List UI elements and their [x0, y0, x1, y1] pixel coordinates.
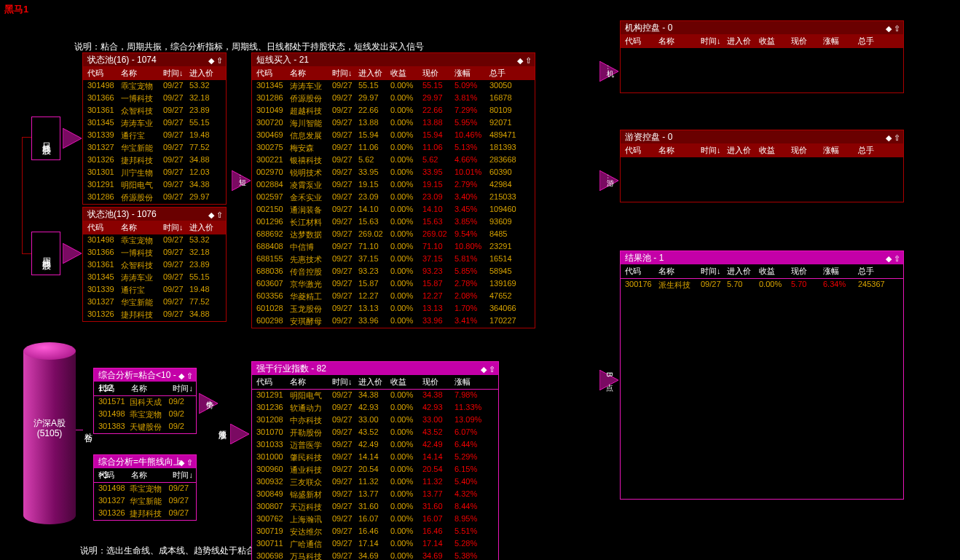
- panel-icons[interactable]: ◆ ⇧: [208, 54, 223, 67]
- table-row[interactable]: 301070开勒股份09/2743.520.00%43.526.07%: [252, 427, 498, 439]
- table-row[interactable]: 301361众智科技09/2723.89: [83, 105, 226, 117]
- tri-short[interactable]: 短...: [232, 170, 251, 191]
- table-row[interactable]: 301327华宝新能09/2777.52: [83, 296, 226, 309]
- tri-ling[interactable]: [230, 424, 249, 444]
- table-row[interactable]: 301498乖宝宠物09/2: [94, 409, 196, 421]
- table-row[interactable]: 301498乖宝宠物09/2753.32: [83, 80, 226, 92]
- table-row[interactable]: 301208中亦科技09/2733.000.00%33.0013.09%: [252, 414, 498, 427]
- tri-ji[interactable]: 机...: [599, 61, 618, 82]
- tri-weekly[interactable]: [63, 243, 82, 264]
- table-row[interactable]: 300221银禧科技09/275.620.00%5.624.66%283668: [252, 154, 535, 167]
- panel-analysis1[interactable]: 综合分析=粘合<10 - 112◆ ⇧ 代码名称时间↓ 301571国科天成09…: [93, 368, 197, 434]
- table-row[interactable]: 002884凌霄泵业09/2719.150.00%19.152.79%42984: [252, 179, 535, 192]
- tri-bdian[interactable]: B点: [599, 370, 618, 390]
- table-row[interactable]: 603607京华激光09/2715.870.00%15.872.78%13916…: [252, 278, 535, 291]
- panel-icons[interactable]: ◆ ⇧: [886, 252, 900, 265]
- table-row[interactable]: 301361众智科技09/2723.89: [83, 259, 226, 272]
- stage-lingzhang: 领涨股: [217, 424, 228, 426]
- table-row[interactable]: 301286侨源股份09/2729.970.00%29.973.81%16878: [252, 92, 535, 105]
- panel-inst[interactable]: 机构控盘 - 0◆ ⇧ 代码名称时间↓进入价收益现价涨幅总手: [620, 20, 904, 93]
- table-row[interactable]: 301327华宝新能09/2777.52: [83, 142, 226, 154]
- panel-icons[interactable]: ◆ ⇧: [178, 456, 193, 469]
- table-row[interactable]: 300932三友联众09/2711.320.00%11.325.40%: [252, 476, 498, 489]
- table-row[interactable]: 300720海川智能09/2713.880.00%13.885.95%92071: [252, 117, 535, 130]
- svg-marker-3: [199, 393, 218, 414]
- table-row[interactable]: 301049超越科技09/2722.660.00%22.667.29%80109: [252, 105, 535, 117]
- panel-icons[interactable]: ◆ ⇧: [517, 54, 532, 67]
- panel-state16[interactable]: 状态池(16) - 1074◆ ⇧ 代码名称时间↓进入价 301498乖宝宠物0…: [82, 52, 227, 205]
- table-row[interactable]: 600298安琪酵母09/2733.960.00%33.963.41%17022…: [252, 315, 535, 328]
- panel-hot[interactable]: 游资控盘 - 0◆ ⇧ 代码名称时间↓进入价收益现价涨幅总手: [620, 130, 904, 202]
- table-row[interactable]: 300176派生科技09/275.700.00%5.706.34%245367: [621, 279, 903, 291]
- table-row[interactable]: 301571国科天成09/2: [94, 396, 196, 409]
- table-row[interactable]: 688036传音控股09/2793.230.00%93.235.85%58945: [252, 266, 535, 278]
- svg-marker-4: [230, 424, 249, 444]
- table-row[interactable]: 300698万马科技09/2734.690.00%34.695.38%: [252, 551, 498, 560]
- table-row[interactable]: 301326捷邦科技09/27: [94, 508, 196, 520]
- table-row[interactable]: 301345涛涛车业09/2755.15: [83, 272, 226, 284]
- table-row[interactable]: 002150通润装备09/2714.100.00%14.103.45%10946…: [252, 204, 535, 216]
- tri-niu[interactable]: 牛势: [199, 393, 218, 414]
- table-row[interactable]: 301366一博科技09/2732.18: [83, 92, 226, 105]
- table-row[interactable]: 688155先惠技术09/2737.150.00%37.155.81%16514: [252, 253, 535, 266]
- panel-analysis2[interactable]: 综合分析=牛熊线向上>1.◆ ⇧ 代码名称时间↓ 301498乖宝宠物09/27…: [93, 454, 197, 521]
- table-row[interactable]: 300719安达维尔09/2716.460.00%16.465.51%: [252, 526, 498, 538]
- table-row[interactable]: 301339通行宝09/2719.48: [83, 130, 226, 142]
- table-row[interactable]: 301339通行宝09/2719.48: [83, 284, 226, 296]
- table-row[interactable]: 300960通业科技09/2720.540.00%20.546.15%: [252, 464, 498, 476]
- panel-shortbuy[interactable]: 短线买入 - 21◆ ⇧ 代码名称时间↓进入价收益现价涨幅总手 301345涛涛…: [251, 52, 535, 328]
- table-row[interactable]: 301236软通动力09/2742.930.00%42.9311.33%: [252, 402, 498, 414]
- stage-daily: 日线持股: [31, 117, 60, 160]
- panel-industry[interactable]: 强于行业指数 - 82◆ ⇧ 代码名称时间↓进入价收益现价涨幅 301291明阳…: [251, 361, 499, 560]
- stage-niahe: 粘合: [83, 427, 94, 428]
- table-row[interactable]: 301345涛涛车业09/2755.15: [83, 117, 226, 130]
- table-row[interactable]: 300807天迈科技09/2731.600.00%31.608.44%: [252, 501, 498, 513]
- panel-icons[interactable]: ◆ ⇧: [178, 369, 193, 382]
- panel-icons[interactable]: ◆ ⇧: [208, 208, 223, 221]
- table-row[interactable]: 301033迈普医学09/2742.490.00%42.496.44%: [252, 439, 498, 451]
- table-row[interactable]: 301498乖宝宠物09/27: [94, 483, 196, 495]
- table-row[interactable]: 300762上海瀚讯09/2716.070.00%16.078.95%: [252, 513, 498, 526]
- table-row[interactable]: 301383天键股份09/2: [94, 421, 196, 433]
- table-row[interactable]: 301286侨源股份09/2729.97: [83, 192, 226, 204]
- table-row[interactable]: 301345涛涛车业09/2755.150.00%55.155.09%30050: [252, 80, 535, 92]
- app-title: 黑马1: [4, 3, 28, 16]
- table-row[interactable]: 301291明阳电气09/2734.380.00%34.387.98%: [252, 390, 498, 402]
- table-row[interactable]: 603356华菱精工09/2712.270.00%12.272.08%47652: [252, 291, 535, 303]
- panel-icons[interactable]: ◆ ⇧: [886, 22, 900, 35]
- table-row[interactable]: 300469信息发展09/2715.940.00%15.9410.46%4894…: [252, 130, 535, 142]
- tri-you[interactable]: 游...: [599, 170, 618, 191]
- table-row[interactable]: 301366一博科技09/2732.18: [83, 247, 226, 259]
- svg-marker-0: [63, 128, 82, 149]
- table-row[interactable]: 001296长江材料09/2715.630.00%15.633.85%93609: [252, 216, 535, 229]
- panel-icons[interactable]: ◆ ⇧: [886, 131, 900, 144]
- desc-top: 说明：粘合，周期共振，综合分析指标，周期线、日线都处于持股状态，短线发出买入信号: [74, 41, 424, 53]
- table-row[interactable]: 688692达梦数据09/27269.020.00%269.029.54%848…: [252, 229, 535, 241]
- table-row[interactable]: 300275梅安森09/2711.060.00%11.065.13%181393: [252, 142, 535, 154]
- panel-icons[interactable]: ◆ ⇧: [481, 363, 495, 376]
- tri-daily[interactable]: [63, 128, 82, 149]
- svg-marker-1: [63, 243, 82, 264]
- cylinder-source: 沪深A股(5105): [23, 342, 76, 524]
- table-row[interactable]: 301498乖宝宠物09/2753.32: [83, 234, 226, 247]
- table-row[interactable]: 301326捷邦科技09/2734.88: [83, 154, 226, 167]
- table-row[interactable]: 301000肇民科技09/2714.140.00%14.145.29%: [252, 451, 498, 464]
- table-row[interactable]: 002597金禾实业09/2723.090.00%23.093.40%21503…: [252, 192, 535, 204]
- table-row[interactable]: 300711广哈通信09/2717.140.00%17.145.28%: [252, 538, 498, 551]
- table-row[interactable]: 300849锦盛新材09/2713.770.00%13.774.32%: [252, 489, 498, 501]
- table-row[interactable]: 601028玉龙股份09/2713.130.00%13.131.70%36406…: [252, 303, 535, 315]
- table-row[interactable]: 301291明阳电气09/2734.38: [83, 179, 226, 192]
- table-row[interactable]: 301326捷邦科技09/2734.88: [83, 309, 226, 321]
- stage-weekly: 周线持股: [31, 232, 60, 275]
- table-row[interactable]: 301327华宝新能09/27: [94, 495, 196, 508]
- table-row[interactable]: 301301川宁生物09/2712.03: [83, 167, 226, 179]
- panel-result[interactable]: 结果池 - 1◆ ⇧ 代码名称时间↓进入价收益现价涨幅总手 300176派生科技…: [620, 251, 904, 500]
- panel-state13[interactable]: 状态池(13) - 1076◆ ⇧ 代码名称时间↓进入价 301498乖宝宠物0…: [82, 207, 227, 322]
- table-row[interactable]: 002970锐明技术09/2733.950.00%33.9510.01%6039…: [252, 167, 535, 179]
- table-row[interactable]: 688408中信博09/2771.100.00%71.1010.80%23291: [252, 241, 535, 253]
